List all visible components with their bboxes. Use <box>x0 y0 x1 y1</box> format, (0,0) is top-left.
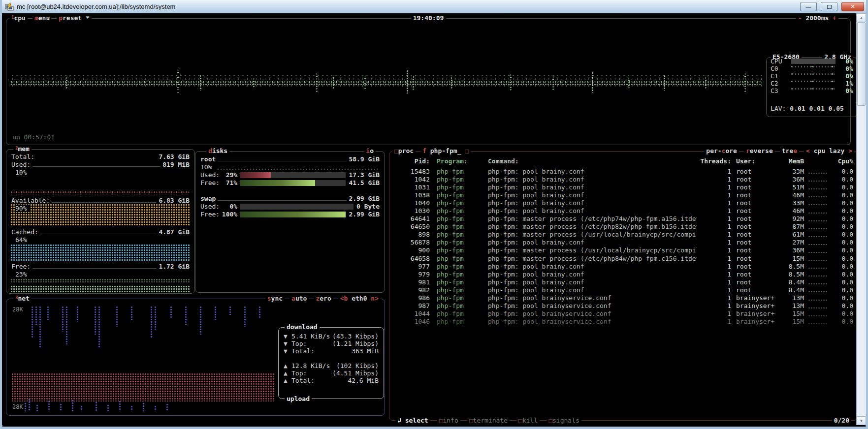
net-auto-toggle[interactable]: auto <box>289 295 309 302</box>
proc-row[interactable]: 1046 php-fpm php-fpm: pool brainyservice… <box>393 318 853 326</box>
proc-row[interactable]: 982 php-fpm php-fpm: pool brainy.conf 1 … <box>393 286 853 294</box>
proc-row[interactable]: 64650 php-fpm php-fpm: master process (/… <box>393 223 853 231</box>
col-memb[interactable]: MemB <box>778 157 804 165</box>
disk-swap-size: 2.99 GiB <box>349 195 380 202</box>
scrollbar-track[interactable] <box>857 22 866 416</box>
mem-free-value: 1.72 GiB <box>159 263 190 270</box>
proc-action-button[interactable]: □terminate <box>467 417 510 424</box>
proc-reverse-toggle[interactable]: reverse <box>744 147 775 154</box>
proc-row[interactable]: 64641 php-fpm php-fpm: master process (/… <box>393 215 853 223</box>
cpu-box-title[interactable]: 1cpu <box>9 14 28 22</box>
col-program[interactable]: Program: <box>430 157 481 165</box>
proc-row[interactable]: 977 php-fpm php-fpm: pool brainy.conf 1 … <box>393 262 853 270</box>
proc-row[interactable]: 64658 php-fpm php-fpm: master process (/… <box>393 254 853 262</box>
proc-row[interactable]: 900 php-fpm php-fpm: master process (/us… <box>393 246 853 254</box>
cpu-core-row: C1 0% <box>771 72 853 80</box>
scrollbar[interactable]: ▲ ▼ <box>856 13 866 425</box>
proc-percore-toggle[interactable]: per-core <box>704 147 739 154</box>
net-scale-top: 28K <box>12 306 23 313</box>
disk-root-free-label: Free: <box>200 179 220 186</box>
upload-total-label: Total: <box>291 377 315 384</box>
proc-box-title[interactable]: □proc <box>392 147 416 154</box>
disk-root-used-percent: 29% <box>220 171 237 179</box>
disks-panel: disks io root58.9 GiB IO% Used: 29% 17.3… <box>195 151 385 293</box>
col-cpu[interactable]: Cpu% <box>830 157 853 165</box>
upload-arrow-icon: ▲ <box>284 362 291 369</box>
cpu-core-row: CPU 0% <box>771 58 853 65</box>
proc-row[interactable]: 1042 php-fpm php-fpm: pool brainy.conf 1… <box>393 175 853 183</box>
net-box-title[interactable]: 3net <box>13 295 32 302</box>
mem-used-value: 819 MiB <box>162 161 190 168</box>
cpu-core-panel: E5-2680 2.8 GHz CPU 0% C0 0 <box>766 57 856 117</box>
load-average-row: LAV: 0.01 0.01 0.05 <box>771 105 853 112</box>
mem-box-title[interactable]: 2mem <box>13 145 32 153</box>
net-interface-selector[interactable]: <b eth0 n> <box>338 295 381 302</box>
download-speed: 5.41 KiB/s <box>291 333 330 340</box>
titlebar[interactable]: mc [root@ub24.itdeveloper.com.ua]:/lib/s… <box>2 0 866 13</box>
proc-action-button[interactable]: □signals <box>547 417 581 424</box>
interval-minus-button[interactable]: - <box>798 14 802 22</box>
select-action[interactable]: ↲ select <box>395 417 430 424</box>
selection-counter: 0/20 <box>832 417 851 424</box>
interval-plus-button[interactable]: + <box>833 14 836 22</box>
close-button[interactable]: ✕ <box>841 2 864 11</box>
proc-row[interactable]: 986 php-fpm php-fpm: pool brainyservice.… <box>393 294 853 302</box>
proc-row[interactable]: 898 php-fpm php-fpm: master process (/us… <box>393 231 853 239</box>
mem-cached-label: Cached: <box>11 228 38 236</box>
proc-row[interactable]: 15483 php-fpm php-fpm: pool brainy.conf … <box>393 167 853 175</box>
proc-tree-toggle[interactable]: tree <box>780 147 799 154</box>
preset-button[interactable]: preset * <box>57 14 92 22</box>
proc-row[interactable]: 1030 php-fpm php-fpm: pool brainy.conf 1… <box>393 207 853 214</box>
proc-table-header: Pid: Program: Command: Threads: User: Me… <box>393 157 853 165</box>
maximize-icon <box>827 5 832 9</box>
net-sync-toggle[interactable]: sync <box>265 295 285 302</box>
mem-available-value: 6.83 GiB <box>159 197 190 204</box>
download-total-value: 363 MiB <box>352 347 379 355</box>
proc-row[interactable]: 1040 php-fpm php-fpm: pool brainy.conf 1… <box>393 199 853 207</box>
download-arrow-icon: ▼ <box>284 333 291 340</box>
scroll-up-button[interactable]: ▲ <box>857 13 866 22</box>
proc-box: □proc f php-fpm_ □ per-core reverse tree… <box>389 151 856 421</box>
proc-row[interactable]: 1038 php-fpm php-fpm: pool brainy.conf 1… <box>393 191 853 199</box>
scrollbar-thumb[interactable] <box>857 22 866 106</box>
cpu-core-row: C0 0% <box>771 65 853 72</box>
proc-action-button[interactable]: □info <box>437 417 460 424</box>
col-pid[interactable]: Pid: <box>393 157 430 165</box>
mem-used-graph <box>10 191 191 194</box>
proc-row[interactable]: 1044 php-fpm php-fpm: pool brainyservice… <box>393 310 853 318</box>
mem-used-label: Used: <box>11 161 31 168</box>
proc-row[interactable]: 1031 php-fpm php-fpm: pool brainy.conf 1… <box>393 183 853 191</box>
scroll-down-button[interactable]: ▼ <box>857 416 866 425</box>
proc-row[interactable]: 981 php-fpm php-fpm: pool brainy.conf 1 … <box>393 278 853 286</box>
proc-row[interactable]: 979 php-fpm php-fpm: pool brainy.conf 1 … <box>393 270 853 278</box>
disk-root-free-percent: 71% <box>220 179 237 186</box>
net-zero-toggle[interactable]: zero <box>314 295 333 302</box>
col-user[interactable]: User: <box>731 157 778 165</box>
minimize-button[interactable]: — <box>800 2 817 11</box>
proc-actions: □info □terminate □kill □signals <box>437 417 581 424</box>
disk-swap-used-bar <box>240 204 354 210</box>
proc-sort-selector[interactable]: < cpu lazy > <box>804 147 854 154</box>
cpu-box: 1cpu menu preset * 19:40:09 - 2000ms + <box>6 18 851 145</box>
col-threads[interactable]: Threads: <box>697 157 731 165</box>
download-upload-panel: download ▼5.41 KiB/s(43.3 Kibps) ▼Top:(1… <box>278 327 384 399</box>
mem-cached-percent: 64% <box>15 236 31 244</box>
col-command[interactable]: Command: <box>481 157 697 165</box>
menu-button[interactable]: menu <box>32 14 52 22</box>
disk-swap-used-percent: 0% <box>220 203 237 210</box>
disk-swap-name: swap <box>200 195 216 202</box>
mem-cached-value: 4.87 GiB <box>159 228 190 236</box>
disks-io-toggle[interactable]: io <box>364 147 376 154</box>
disk-root-used-label: Used: <box>200 171 220 179</box>
upload-title: upload <box>285 395 312 402</box>
mem-cached-graph <box>10 244 191 261</box>
proc-action-button[interactable]: □kill <box>516 417 540 424</box>
proc-search-input[interactable]: f php-fpm_ □ <box>420 147 471 154</box>
maximize-button[interactable] <box>821 2 837 11</box>
proc-table: 15483 php-fpm php-fpm: pool brainy.conf … <box>393 167 853 326</box>
upload-speed-bits: (102 Kibps) <box>336 362 379 369</box>
proc-row[interactable]: 987 php-fpm php-fpm: pool brainyservice.… <box>393 302 853 310</box>
disks-title[interactable]: disks <box>206 147 229 154</box>
putty-icon <box>5 2 14 11</box>
proc-row[interactable]: 56878 php-fpm php-fpm: pool brainy.conf … <box>393 239 853 246</box>
